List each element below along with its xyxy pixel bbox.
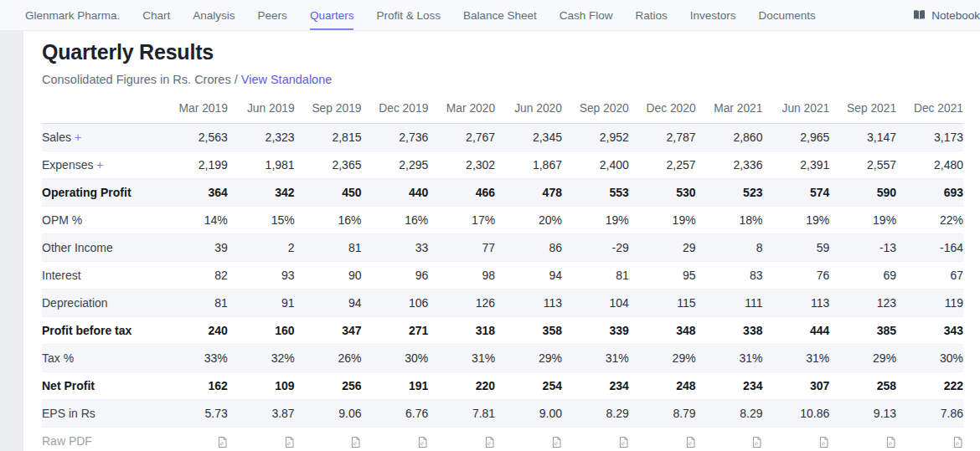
table-header-row: Mar 2019Jun 2019Sep 2019Dec 2019Mar 2020… <box>42 97 963 124</box>
pdf-file-icon[interactable] <box>685 436 696 448</box>
expand-row-button[interactable]: + <box>93 158 103 172</box>
value-cell: 90 <box>295 262 362 290</box>
table-row: EPS in Rs5.733.879.066.767.819.008.298.7… <box>42 400 963 428</box>
value-cell: 20% <box>495 207 562 234</box>
pdf-cell <box>562 428 629 451</box>
pdf-cell <box>295 428 362 451</box>
value-cell: 450 <box>295 179 362 207</box>
table-row: Interest829390969894819583766967 <box>42 262 963 290</box>
nav-tab-chart[interactable]: Chart <box>142 0 170 30</box>
pdf-cell <box>428 428 495 451</box>
pdf-file-icon[interactable] <box>952 436 963 448</box>
value-cell: 113 <box>762 290 829 317</box>
value-cell: 91 <box>228 290 295 317</box>
value-cell: 9.06 <box>295 400 362 428</box>
pdf-cell <box>762 428 829 451</box>
nav-tab-cash-flow[interactable]: Cash Flow <box>560 0 613 30</box>
value-cell: 2,952 <box>562 124 629 151</box>
table-row: Expenses +2,1991,9812,3652,2952,3021,867… <box>42 151 963 179</box>
notebook-button[interactable]: Notebook <box>913 9 980 22</box>
pdf-file-icon[interactable] <box>217 436 228 448</box>
page-title: Quarterly Results <box>42 40 980 64</box>
nav-tab-ratios[interactable]: Ratios <box>636 0 668 30</box>
row-label: Other Income <box>42 234 161 262</box>
value-cell: 95 <box>629 262 696 290</box>
value-cell: 2,557 <box>829 151 896 179</box>
value-cell: 256 <box>295 372 362 400</box>
value-cell: 96 <box>361 262 428 290</box>
value-cell: 2,767 <box>428 124 495 151</box>
expand-row-button[interactable]: + <box>71 131 81 144</box>
value-cell: 2,323 <box>228 124 295 151</box>
pdf-file-icon[interactable] <box>350 436 361 448</box>
pdf-file-icon[interactable] <box>751 436 762 448</box>
value-cell: 8.29 <box>696 400 763 428</box>
value-cell: 22% <box>896 207 963 234</box>
value-cell: 94 <box>295 290 362 317</box>
table-row: Depreciation8191941061261131041151111131… <box>42 290 963 317</box>
value-cell: 67 <box>896 262 963 290</box>
value-cell: 318 <box>428 317 495 345</box>
nav-tab-profit-loss[interactable]: Profit & Loss <box>376 0 441 30</box>
value-cell: 8 <box>696 234 763 262</box>
column-header: Jun 2019 <box>228 97 295 124</box>
value-cell: 81 <box>161 290 228 317</box>
table-row: Other Income39281337786-2929859-13-164 <box>42 234 963 262</box>
value-cell: 1,981 <box>228 151 295 179</box>
pdf-file-icon[interactable] <box>417 436 428 448</box>
view-standalone-link[interactable]: View Standalone <box>241 73 333 86</box>
column-header: Sep 2019 <box>295 97 362 124</box>
nav-tab-documents[interactable]: Documents <box>759 0 816 30</box>
value-cell: 1,867 <box>495 151 562 179</box>
value-cell: 123 <box>829 290 896 317</box>
value-cell: 2,391 <box>762 151 829 179</box>
column-header: Sep 2020 <box>562 97 629 124</box>
pdf-cell <box>361 428 428 451</box>
pdf-file-icon[interactable] <box>284 436 295 448</box>
row-label-column-header <box>42 97 161 124</box>
value-cell: 2,787 <box>629 124 696 151</box>
value-cell: 86 <box>495 234 562 262</box>
value-cell: 307 <box>762 372 829 400</box>
value-cell: 111 <box>696 290 763 317</box>
value-cell: 2,345 <box>495 124 562 151</box>
table-subtitle: Consolidated Figures in Rs. Crores / Vie… <box>42 73 980 86</box>
value-cell: 19% <box>762 207 829 234</box>
value-cell: 31% <box>428 345 495 372</box>
value-cell: 234 <box>562 372 629 400</box>
table-body: Sales +2,5632,3232,8152,7362,7672,3452,9… <box>42 124 963 451</box>
pdf-file-icon[interactable] <box>818 436 829 448</box>
notebook-book-icon <box>913 9 926 21</box>
pdf-cell <box>228 428 295 451</box>
value-cell: 16% <box>361 207 428 234</box>
row-label: Net Profit <box>42 372 161 400</box>
pdf-file-icon[interactable] <box>618 436 629 448</box>
nav-tab-analysis[interactable]: Analysis <box>193 0 235 30</box>
value-cell: 126 <box>428 290 495 317</box>
value-cell: 18% <box>696 207 763 234</box>
pdf-cell <box>629 428 696 451</box>
nav-tab-quarters[interactable]: Quarters <box>310 0 354 30</box>
value-cell: 115 <box>629 290 696 317</box>
value-cell: 693 <box>896 179 963 207</box>
value-cell: 2,400 <box>562 151 629 179</box>
value-cell: -164 <box>896 234 963 262</box>
pdf-file-icon[interactable] <box>885 436 896 448</box>
nav-tab-investors[interactable]: Investors <box>690 0 736 30</box>
value-cell: 2,295 <box>361 151 428 179</box>
nav-tab-balance-sheet[interactable]: Balance Sheet <box>463 0 537 30</box>
pdf-file-icon[interactable] <box>484 436 495 448</box>
table-row: Profit before tax24016034727131835833934… <box>42 317 963 345</box>
value-cell: 3.87 <box>228 400 295 428</box>
value-cell: 19% <box>829 207 896 234</box>
value-cell: 348 <box>629 317 696 345</box>
nav-tab-peers[interactable]: Peers <box>258 0 287 30</box>
table-row: Tax %33%32%26%30%31%29%31%29%31%31%29%30… <box>42 345 963 372</box>
nav-company-link[interactable]: Glenmark Pharma. <box>25 9 120 22</box>
value-cell: 343 <box>896 317 963 345</box>
value-cell: 6.76 <box>361 400 428 428</box>
value-cell: 83 <box>696 262 763 290</box>
pdf-cell <box>696 428 763 451</box>
pdf-file-icon[interactable] <box>551 436 562 448</box>
row-label: Expenses + <box>42 151 161 179</box>
